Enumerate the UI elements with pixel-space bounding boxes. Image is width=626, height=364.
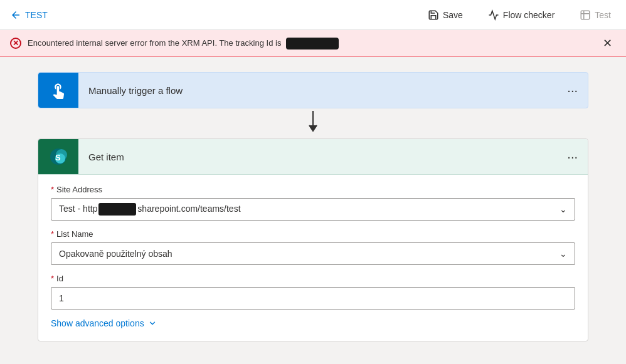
trigger-label: Manually trigger a flow <box>78 85 557 96</box>
trigger-icon <box>50 81 67 99</box>
sharepoint-icon: S <box>46 145 70 169</box>
action-step-title: Get item <box>78 152 557 162</box>
svg-text:S: S <box>55 153 61 162</box>
action-step-header: S Get item ··· <box>38 139 588 175</box>
site-address-label: * Site Address <box>51 185 575 194</box>
show-advanced-options-button[interactable]: Show advanced options <box>51 318 575 328</box>
connector-arrow <box>38 108 588 138</box>
site-address-value: Test - http sharepoint.com/teams/test <box>59 203 560 216</box>
list-name-chevron: ⌄ <box>560 249 567 259</box>
header-actions: Save Flow checker Test <box>423 7 616 23</box>
list-name-value: Opakovaně použitelný obsah <box>59 249 560 259</box>
save-button[interactable]: Save <box>423 7 468 23</box>
site-address-redacted <box>98 203 136 216</box>
action-step-body: * Site Address Test - http sharepoint.co… <box>38 175 588 341</box>
list-name-label: * List Name <box>51 229 575 239</box>
trigger-menu-button[interactable]: ··· <box>557 84 588 96</box>
id-field: * Id <box>51 274 575 309</box>
action-icon-box: S <box>38 139 78 174</box>
action-step: S Get item ··· * Site Address Test - htt… <box>38 138 588 341</box>
list-name-dropdown[interactable]: Opakovaně použitelný obsah ⌄ <box>51 242 575 265</box>
error-redacted <box>286 38 339 49</box>
id-label: * Id <box>51 274 575 283</box>
site-address-field: * Site Address Test - http sharepoint.co… <box>51 185 575 221</box>
test-button[interactable]: Test <box>575 7 616 23</box>
error-close-button[interactable]: ✕ <box>599 36 616 50</box>
site-address-dropdown[interactable]: Test - http sharepoint.com/teams/test ⌄ <box>51 198 575 221</box>
show-advanced-chevron-icon <box>148 319 157 328</box>
header-title: TEST <box>25 10 48 20</box>
trigger-step: Manually trigger a flow ··· <box>38 72 588 108</box>
header: TEST Save Flow checker Test <box>0 0 626 30</box>
test-label: Test <box>595 10 611 20</box>
error-text: Encountered internal server error from t… <box>28 38 593 49</box>
action-menu-button[interactable]: ··· <box>557 150 588 163</box>
error-icon: ✕ <box>10 38 21 49</box>
show-advanced-label: Show advanced options <box>51 318 144 328</box>
trigger-icon-box <box>38 73 78 108</box>
flow-checker-label: Flow checker <box>503 10 554 20</box>
site-address-chevron: ⌄ <box>560 204 567 214</box>
flow-checker-button[interactable]: Flow checker <box>483 7 560 23</box>
save-label: Save <box>443 10 463 20</box>
back-button[interactable]: TEST <box>10 9 48 21</box>
id-input[interactable] <box>51 287 575 309</box>
list-name-field: * List Name Opakovaně použitelný obsah ⌄ <box>51 229 575 265</box>
main-content: Manually trigger a flow ··· S Get item ·… <box>0 57 626 364</box>
error-banner: ✕ Encountered internal server error from… <box>0 30 626 57</box>
